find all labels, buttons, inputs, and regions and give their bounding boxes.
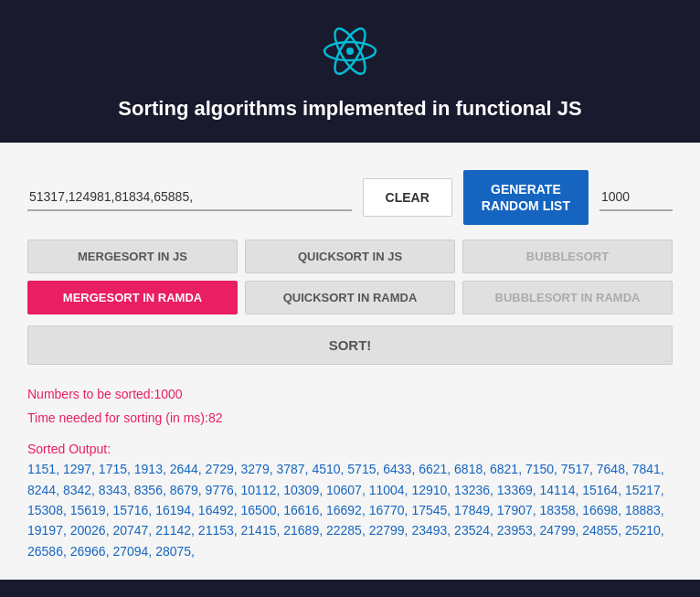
time-value: 82 [208,410,223,425]
mergesort-ramda-button[interactable]: MERGESORT IN RAMDA [27,281,238,314]
clear-button[interactable]: CLEAR [363,178,452,217]
svg-point-0 [346,48,354,55]
numbers-label: Numbers to be sorted: [27,387,154,401]
quicksort-js-button[interactable]: QUICKSORT IN JS [245,240,455,273]
time-line: Time needed for sorting (in ms):82 [27,407,673,430]
numbers-count-value: 1000 [154,387,183,401]
bubblesort-button: BUBBLESORT [462,240,673,273]
output-label: Sorted Output: [27,442,111,456]
time-label: Time needed for sorting (in ms): [27,410,208,425]
react-logo [0,18,700,88]
quicksort-ramda-button[interactable]: QUICKSORT IN RAMDA [245,281,455,314]
bubblesort-ramda-button: BUBBLESORT IN RAMDA [462,281,673,314]
algorithm-row-1: MERGESORT IN JS QUICKSORT IN JS BUBBLESO… [27,240,673,273]
numbers-count-line: Numbers to be sorted:1000 [27,383,673,406]
page-title: Sorting algorithms implemented in functi… [0,97,700,121]
mergesort-js-button[interactable]: MERGESORT IN JS [27,240,238,273]
info-section: Numbers to be sorted:1000 Time needed fo… [27,383,673,429]
algorithm-row-2: MERGESORT IN RAMDA QUICKSORT IN RAMDA BU… [27,281,673,314]
sort-button[interactable]: SORT! [27,325,673,365]
output-values: 1151, 1297, 1715, 1913, 2644, 2729, 3279… [27,462,664,559]
count-input[interactable] [599,184,673,211]
output-section: Sorted Output: 1151, 1297, 1715, 1913, 2… [27,439,673,561]
main-content: CLEAR GENERATERANDOM LIST MERGESORT IN J… [0,143,700,580]
generate-random-list-button[interactable]: GENERATERANDOM LIST [463,170,589,225]
numbers-input[interactable] [27,184,352,211]
controls-row: CLEAR GENERATERANDOM LIST [27,170,673,225]
app-header: Sorting algorithms implemented in functi… [0,0,700,143]
